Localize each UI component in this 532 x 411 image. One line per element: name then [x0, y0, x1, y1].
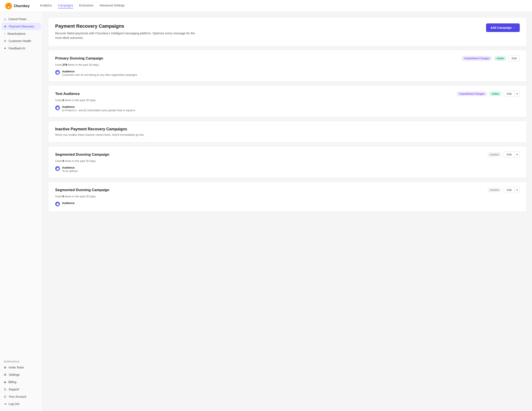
- sidebar-item-billing[interactable]: ◈ Billing: [0, 378, 43, 386]
- inactive-section-title: Inactive Payment Recovery Campaigns: [55, 127, 520, 131]
- workspace-label: WORKSPACE: [0, 359, 43, 364]
- campaign-card-segmented-dunning-1: Segmented Dunning Campaign Inactive Edit…: [48, 146, 527, 178]
- log-out-icon: ⇥: [4, 402, 6, 406]
- settings-icon: ⚙: [4, 373, 7, 376]
- badge-inactive-segmented-1: Inactive: [487, 152, 501, 157]
- sidebar-item-support[interactable]: ⊙ Support: [0, 386, 43, 393]
- nav-campaigns[interactable]: Campaigns: [58, 4, 73, 8]
- edit-group-test-audience: Edit ▾: [504, 91, 520, 97]
- campaign-card-segmented-dunning-2: Segmented Dunning Campaign Inactive Edit…: [48, 182, 527, 212]
- sidebar-item-invite-team-label: Invite Team: [9, 366, 24, 369]
- sidebar-item-customer-health-label: Customer Health: [9, 39, 31, 43]
- edit-group-segmented-2: Edit ▾: [504, 187, 520, 193]
- campaign-title-test-audience: Test Audience: [55, 92, 80, 96]
- sidebar-item-customer-health[interactable]: ✳ Customer Health: [0, 37, 43, 45]
- audience-desc-segmented-1: To be defined: [62, 170, 77, 173]
- campaign-card-test-audience: Test Audience Unpublished Changes Active…: [48, 85, 527, 117]
- campaign-title-segmented-2: Segmented Dunning Campaign: [55, 188, 109, 192]
- audience-row-segmented-2: ⬤ Audience: [55, 201, 520, 206]
- hero-card: Payment Recovery Campaigns Recover faile…: [48, 17, 527, 46]
- sidebar-item-billing-label: Billing: [8, 380, 16, 384]
- sidebar: ◇ Cancel Flows ★ Payment Recovery ↑ Reac…: [0, 12, 43, 411]
- sidebar-item-reactivations[interactable]: ↑ Reactivations: [0, 30, 43, 37]
- campaign-header-primary-dunning: Primary Dunning Campaign Unpublished Cha…: [55, 55, 520, 61]
- audience-row-primary-dunning: ⬤ Audience Customers who do not belong t…: [55, 70, 520, 76]
- support-icon: ⊙: [4, 388, 6, 391]
- sidebar-item-payment-recovery[interactable]: ★ Payment Recovery: [2, 23, 41, 30]
- customer-health-icon: ✳: [4, 39, 6, 43]
- sidebar-item-settings-label: Settings: [9, 373, 20, 376]
- campaign-card-primary-dunning: Primary Dunning Campaign Unpublished Cha…: [48, 50, 527, 82]
- audience-row-segmented-1: ⬤ Audience To be defined: [55, 166, 520, 173]
- badge-unpublished-test: Unpublished Changes: [457, 91, 487, 96]
- edit-button-test-audience[interactable]: Edit: [504, 91, 515, 97]
- campaign-title-primary-dunning: Primary Dunning Campaign: [55, 56, 103, 61]
- campaign-usage-segmented-2: Used 0 times in the past 30 days.: [55, 195, 520, 198]
- nav-advanced-settings[interactable]: Advanced Settings: [100, 4, 125, 8]
- sidebar-item-settings[interactable]: ⚙ Settings: [0, 371, 43, 378]
- campaign-usage-primary-dunning: Used 279 times in the past 30 days.: [55, 63, 520, 66]
- audience-desc-primary: Customers who do not belong to any other…: [62, 73, 137, 76]
- hero-title: Payment Recovery Campaigns: [55, 23, 201, 29]
- sidebar-item-feedback-ai[interactable]: ✦ Feedback AI: [0, 45, 43, 52]
- hero-description: Recover failed payments with Churnkey's …: [55, 31, 201, 40]
- campaign-actions-segmented-1: Inactive Edit ▾: [487, 151, 520, 158]
- edit-button-primary-dunning[interactable]: Edit: [509, 55, 520, 61]
- nav-exclusions[interactable]: Exclusions: [79, 4, 94, 8]
- campaign-actions-segmented-2: Inactive Edit ▾: [487, 187, 520, 193]
- campaign-usage-segmented-1: Used 0 times in the past 30 days.: [55, 159, 520, 162]
- inactive-section-desc: When you enable these inactive cancel fl…: [55, 133, 520, 136]
- hero-card-text: Payment Recovery Campaigns Recover faile…: [55, 23, 201, 40]
- usage-count-primary: 279: [62, 63, 67, 66]
- edit-button-segmented-1[interactable]: Edit: [504, 151, 515, 158]
- invite-team-icon: ⊕: [4, 366, 6, 369]
- feedback-ai-icon: ✦: [4, 47, 6, 50]
- sidebar-item-your-account[interactable]: ⊙ Your Account: [0, 393, 43, 400]
- chevron-button-test-audience[interactable]: ▾: [515, 91, 520, 97]
- reactivations-icon: ↑: [4, 32, 5, 35]
- campaign-usage-test-audience: Used 0 times in the past 30 days.: [55, 99, 520, 102]
- logo-text: Churnkey: [14, 4, 30, 8]
- chevron-button-segmented-2[interactable]: ▾: [515, 187, 520, 193]
- chevron-button-segmented-1[interactable]: ▾: [515, 151, 520, 158]
- billing-icon: ◈: [4, 380, 6, 384]
- campaign-header-test-audience: Test Audience Unpublished Changes Active…: [55, 91, 520, 97]
- sidebar-item-cancel-flows-label: Cancel Flows: [8, 17, 26, 21]
- audience-label-segmented-1: Audience: [62, 166, 77, 169]
- campaign-actions-primary-dunning: Unpublished Changes Active Edit: [462, 55, 520, 61]
- sidebar-item-reactivations-label: Reactivations: [8, 32, 26, 35]
- audience-desc-test: (i) Product is , and (ii) Subscription p…: [62, 109, 135, 112]
- logo: 🔥 Churnkey: [5, 3, 30, 10]
- logo-icon: 🔥: [5, 3, 12, 10]
- campaign-header-segmented-1: Segmented Dunning Campaign Inactive Edit…: [55, 151, 520, 158]
- audience-label-segmented-2: Audience: [62, 201, 75, 205]
- sidebar-item-support-label: Support: [9, 388, 19, 391]
- your-account-icon: ⊙: [4, 395, 6, 398]
- topbar: 🔥 Churnkey Analytics Campaigns Exclusion…: [0, 0, 532, 12]
- campaign-actions-test-audience: Unpublished Changes Active Edit ▾: [457, 91, 520, 97]
- audience-icon-primary: ⬤: [55, 70, 60, 75]
- sidebar-item-cancel-flows[interactable]: ◇ Cancel Flows: [0, 15, 43, 23]
- topbar-nav: Analytics Campaigns Exclusions Advanced …: [40, 4, 125, 8]
- edit-group-segmented-1: Edit ▾: [504, 151, 520, 158]
- audience-label-primary: Audience: [62, 70, 137, 73]
- sidebar-item-log-out-label: Log Out: [9, 402, 19, 406]
- sidebar-item-log-out[interactable]: ⇥ Log Out: [0, 400, 43, 408]
- sidebar-item-payment-recovery-label: Payment Recovery: [9, 25, 34, 28]
- nav-analytics[interactable]: Analytics: [40, 4, 52, 8]
- badge-inactive-segmented-2: Inactive: [487, 188, 501, 192]
- badge-active-test: Active: [489, 91, 502, 96]
- sidebar-item-invite-team[interactable]: ⊕ Invite Team: [0, 364, 43, 371]
- audience-row-test-audience: ⬤ Audience (i) Product is , and (ii) Sub…: [55, 105, 520, 112]
- cancel-flows-icon: ◇: [4, 17, 6, 21]
- badge-unpublished-primary: Unpublished Changes: [462, 56, 492, 61]
- sidebar-item-feedback-ai-label: Feedback AI: [9, 47, 25, 50]
- audience-label-test: Audience: [62, 105, 135, 108]
- inactive-section-header: Inactive Payment Recovery Campaigns When…: [48, 121, 527, 143]
- add-campaign-button[interactable]: Add Campaign →: [486, 23, 520, 32]
- sidebar-item-your-account-label: Your Account: [9, 395, 26, 398]
- campaign-title-segmented-1: Segmented Dunning Campaign: [55, 153, 109, 157]
- audience-icon-segmented-1: ⬤: [55, 166, 60, 171]
- badge-active-primary: Active: [494, 56, 506, 61]
- edit-button-segmented-2[interactable]: Edit: [504, 187, 515, 193]
